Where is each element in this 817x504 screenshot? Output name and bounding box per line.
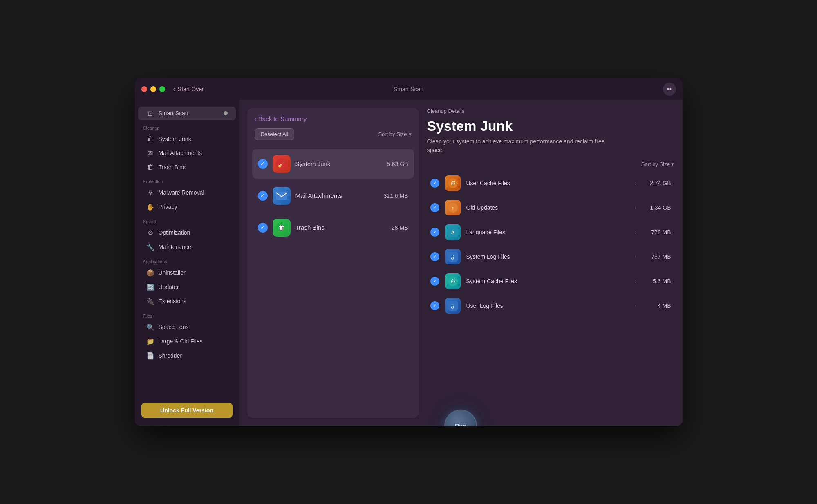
malware-icon: ☣ <box>146 189 154 197</box>
mail-item-size: 321.6 MB <box>384 193 408 199</box>
svg-text:⏱: ⏱ <box>450 180 455 186</box>
section-files: Files <box>135 309 239 320</box>
trash-item-icon: 🗑 <box>273 219 291 237</box>
sidebar-item-space-lens-label: Space Lens <box>159 324 189 330</box>
sidebar-item-large-files[interactable]: 📁 Large & Old Files <box>138 335 236 348</box>
scan-panel: ‹ Back to Summary Deselect All Sort by S… <box>247 108 419 418</box>
sidebar-item-shredder[interactable]: 📄 Shredder <box>138 349 236 363</box>
trash-item-size: 28 MB <box>392 224 408 231</box>
start-over-label: Start Over <box>178 86 204 92</box>
sidebar-item-extensions[interactable]: 🔌 Extensions <box>138 295 236 308</box>
scan-item-system-junk[interactable]: ✓ 🧹 System Junk 5.63 GB <box>252 149 414 179</box>
detail-item-user-cache[interactable]: ✓ ⏱ User Cache Files › 2.74 GB <box>427 171 674 195</box>
check-user-log-icon: ✓ <box>430 301 439 310</box>
sidebar-item-shredder-label: Shredder <box>159 352 182 359</box>
svg-text:⏱: ⏱ <box>450 278 455 284</box>
system-log-size: 757 MB <box>642 253 671 260</box>
check-language-icon: ✓ <box>430 228 439 237</box>
details-panel: Cleanup Details System Junk Clean your s… <box>419 108 674 418</box>
start-over-button[interactable]: ‹ Start Over <box>173 85 204 93</box>
detail-item-system-cache[interactable]: ✓ ⏱ System Cache Files › 5.6 MB <box>427 269 674 293</box>
system-log-chevron-icon: › <box>635 253 637 260</box>
sidebar-item-privacy[interactable]: ✋ Privacy <box>138 200 236 214</box>
system-junk-item-size: 5.63 GB <box>387 161 408 167</box>
detail-item-user-log[interactable]: ✓ 10 56 User Log Files › <box>427 294 674 318</box>
close-button[interactable] <box>141 86 147 92</box>
sidebar-item-trash-bins[interactable]: 🗑 Trash Bins <box>138 161 236 174</box>
detail-item-system-log[interactable]: ✓ 10 56 System Log Files › <box>427 245 674 269</box>
sort-label: Sort by Size <box>378 131 407 137</box>
detail-items-list: ✓ ⏱ User Cache Files › 2.74 GB <box>427 171 674 318</box>
title-bar: ‹ Start Over Smart Scan •• <box>135 78 683 100</box>
unlock-full-version-button[interactable]: Unlock Full Version <box>141 403 233 418</box>
scan-item-trash-bins[interactable]: ✓ 🗑 Trash Bins 28 MB <box>252 213 414 242</box>
old-updates-size: 1.34 GB <box>642 204 671 211</box>
space-lens-icon: 🔍 <box>146 323 154 331</box>
run-button[interactable]: Run <box>444 410 477 426</box>
detail-item-old-updates[interactable]: ✓ ↑ Old Updates › 1.34 GB <box>427 196 674 220</box>
check-trash-icon: ✓ <box>258 223 268 233</box>
user-cache-chevron-icon: › <box>635 180 637 186</box>
system-log-icon: 10 56 <box>445 249 461 264</box>
svg-text:🧹: 🧹 <box>278 160 286 168</box>
svg-text:56: 56 <box>451 257 454 261</box>
back-to-summary-label: Back to Summary <box>258 115 307 122</box>
system-cache-size: 5.6 MB <box>642 278 671 284</box>
sidebar-item-mail-label: Mail Attachments <box>159 150 202 156</box>
sidebar-item-system-junk-label: System Junk <box>159 136 191 142</box>
mail-item-name: Mail Attachments <box>295 192 379 199</box>
uninstaller-icon: 📦 <box>146 269 154 277</box>
user-cache-name: User Cache Files <box>466 180 629 186</box>
sidebar-item-updater[interactable]: 🔄 Updater <box>138 280 236 294</box>
app-window: ‹ Start Over Smart Scan •• ⊡ Smart Scan … <box>135 78 683 426</box>
sidebar-item-maintenance[interactable]: 🔧 Maintenance <box>138 240 236 254</box>
sidebar-item-mail-attachments[interactable]: ✉ Mail Attachments <box>138 146 236 160</box>
more-options-button[interactable]: •• <box>663 83 676 96</box>
chevron-left-icon: ‹ <box>173 85 175 93</box>
system-cache-icon: ⏱ <box>445 273 461 289</box>
scan-panel-header: ‹ Back to Summary <box>247 108 419 128</box>
scan-item-mail-attachments[interactable]: ✓ Mail Attachments 321.6 MB <box>252 181 414 211</box>
window-title: Smart Scan <box>394 86 423 92</box>
traffic-lights <box>141 86 165 92</box>
sidebar-item-uninstaller[interactable]: 📦 Uninstaller <box>138 266 236 280</box>
check-user-cache-icon: ✓ <box>430 179 439 188</box>
back-to-summary-button[interactable]: ‹ Back to Summary <box>255 115 307 123</box>
sidebar-item-uninstaller-label: Uninstaller <box>159 269 186 276</box>
user-cache-size: 2.74 GB <box>642 180 671 186</box>
sidebar-item-malware[interactable]: ☣ Malware Removal <box>138 186 236 199</box>
sidebar-item-smart-scan-label: Smart Scan <box>159 110 188 116</box>
check-mail-icon: ✓ <box>258 191 268 201</box>
sidebar-item-smart-scan[interactable]: ⊡ Smart Scan <box>138 107 236 120</box>
sidebar-item-maintenance-label: Maintenance <box>159 244 191 250</box>
large-files-icon: 📁 <box>146 338 154 345</box>
smart-scan-badge <box>224 111 228 115</box>
sidebar-item-optimization[interactable]: ⚙ Optimization <box>138 226 236 240</box>
user-cache-icon: ⏱ <box>445 175 461 191</box>
user-log-icon: 10 56 <box>445 298 461 314</box>
system-log-name: System Log Files <box>466 253 629 260</box>
deselect-all-button[interactable]: Deselect All <box>255 128 295 140</box>
detail-item-language-files[interactable]: ✓ A Language Files › 778 MB <box>427 220 674 244</box>
content-wrapper: ‹ Back to Summary Deselect All Sort by S… <box>247 108 674 418</box>
old-updates-icon: ↑ <box>445 200 461 215</box>
details-sort-dropdown[interactable]: Sort by Size ▾ <box>427 161 674 167</box>
language-files-size: 778 MB <box>642 229 671 235</box>
details-description: Clean your system to achieve maximum per… <box>427 137 623 155</box>
system-junk-item-icon: 🧹 <box>273 155 291 173</box>
sidebar-item-extensions-label: Extensions <box>159 298 186 305</box>
old-updates-chevron-icon: › <box>635 204 637 211</box>
sort-by-size-dropdown[interactable]: Sort by Size ▾ <box>378 131 411 137</box>
panels-row: ‹ Back to Summary Deselect All Sort by S… <box>247 108 674 418</box>
maximize-button[interactable] <box>159 86 165 92</box>
smart-scan-icon: ⊡ <box>146 110 154 117</box>
run-button-area: Run <box>444 410 477 426</box>
check-system-cache-icon: ✓ <box>430 277 439 286</box>
sidebar-item-system-junk[interactable]: 🗑 System Junk <box>138 132 236 146</box>
privacy-icon: ✋ <box>146 203 154 211</box>
system-junk-icon: 🗑 <box>146 135 154 143</box>
sidebar-item-space-lens[interactable]: 🔍 Space Lens <box>138 320 236 334</box>
sidebar: ⊡ Smart Scan Cleanup 🗑 System Junk ✉ Mai… <box>135 100 239 426</box>
minimize-button[interactable] <box>150 86 156 92</box>
shredder-icon: 📄 <box>146 352 154 360</box>
